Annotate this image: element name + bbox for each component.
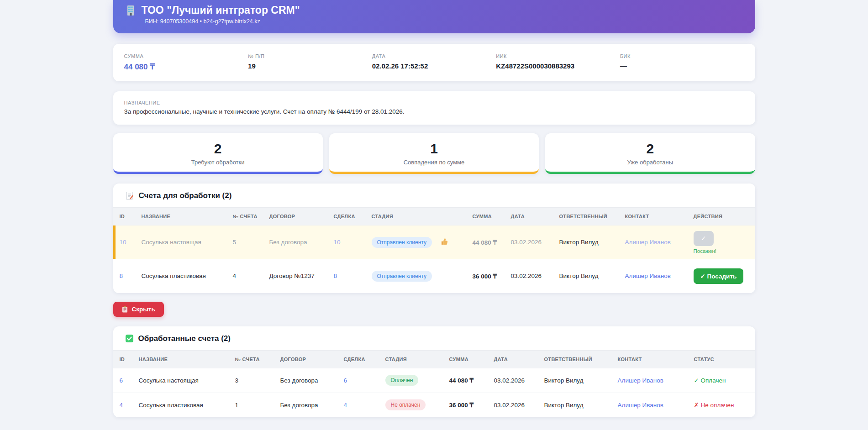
col-header-responsible: ОТВЕТСТВЕННЫЙ — [540, 350, 613, 368]
hide-button[interactable]: Скрыть — [113, 302, 164, 317]
stat-card-pending: 2 Требуют обработки — [113, 133, 323, 174]
col-header-id: ID — [113, 208, 137, 225]
stat-value: 2 — [545, 141, 755, 156]
processed-row: 6 Сосулька настоящая 3 Без договора 6 Оп… — [113, 368, 755, 393]
col-header-actions: ДЕЙСТВИЯ — [689, 208, 755, 225]
company-title: ТОО "Лучший интгратор CRM" — [142, 4, 300, 16]
processed-invoices-table: ID НАЗВАНИЕ № СЧЕТА ДОГОВОР СДЕЛКА СТАДИ… — [113, 350, 755, 418]
col-header-invoice-no: № СЧЕТА — [231, 350, 276, 368]
cell-sum: 44 080 ₸ — [468, 225, 506, 259]
cell-date: 03.02.2026 — [506, 259, 555, 293]
company-subtitle: БИН: 940705300494 • b24-g27tpw.bitrix24.… — [145, 18, 743, 25]
processed-table-header-row: ID НАЗВАНИЕ № СЧЕТА ДОГОВОР СДЕЛКА СТАДИ… — [113, 350, 755, 368]
cell-invoice-name: Сосулька пластиковая — [134, 393, 231, 417]
contact-link[interactable]: Алишер Иванов — [618, 377, 663, 384]
purpose-card: НАЗНАЧЕНИЕ За профессиональные, научные … — [113, 91, 755, 125]
processed-invoices-card: Обработанные счета (2) ID НАЗВАНИЕ № СЧЕ… — [113, 326, 755, 418]
col-header-contact: КОНТАКТ — [621, 208, 689, 225]
check-square-icon — [125, 334, 134, 343]
clipboard-icon — [122, 306, 128, 313]
cell-invoice-no: 4 — [228, 259, 265, 293]
stat-value: 1 — [329, 141, 539, 156]
building-icon — [125, 5, 137, 16]
field-value: 19 — [248, 62, 372, 70]
purpose-text: За профессиональные, научные и техническ… — [124, 108, 744, 115]
pending-table-title-row: Счета для обработки (2) — [113, 184, 755, 207]
pending-table-title: Счета для обработки (2) — [139, 191, 232, 200]
cell-date: 03.02.2026 — [489, 393, 540, 417]
col-header-sum: СУММА — [445, 350, 489, 368]
pending-invoices-card: Счета для обработки (2) ID НАЗВАНИЕ № СЧ… — [113, 184, 755, 293]
col-header-date: ДАТА — [506, 208, 555, 225]
col-header-date: ДАТА — [489, 350, 540, 368]
col-header-responsible: ОТВЕТСТВЕННЫЙ — [555, 208, 621, 225]
cell-contract: Без договора — [276, 368, 339, 393]
deal-link[interactable]: 4 — [344, 402, 347, 409]
company-title-row: ТОО "Лучший интгратор CRM" — [125, 4, 743, 16]
col-header-deal: СДЕЛКА — [329, 208, 367, 225]
payment-details-card: СУММА 44 080 ₸ № П/П 19 ДАТА 02.02.26 17… — [113, 44, 755, 81]
col-header-deal: СДЕЛКА — [339, 350, 381, 368]
hide-button-label: Скрыть — [132, 306, 155, 313]
stage-badge: Не оплачен — [385, 399, 426, 410]
stage-badge: Оплачен — [385, 375, 419, 386]
cell-sum: 44 080 ₸ — [445, 368, 489, 393]
memo-icon — [125, 191, 134, 200]
cell-invoice-name: Сосулька пластиковая — [137, 259, 228, 293]
stage-badge: Отправлен клиенту — [372, 237, 432, 248]
cell-date: 03.02.2026 — [489, 368, 540, 393]
plant-button[interactable]: ✓ Посадить — [694, 268, 744, 284]
field-sum: СУММА 44 080 ₸ — [124, 53, 248, 72]
field-value: KZ48722S000030883293 — [496, 62, 620, 70]
pending-table-header-row: ID НАЗВАНИЕ № СЧЕТА ДОГОВОР СДЕЛКА СТАДИ… — [113, 208, 755, 225]
col-header-name: НАЗВАНИЕ — [137, 208, 228, 225]
stat-label: Уже обработаны — [545, 159, 755, 166]
cell-invoice-name: Сосулька настоящая — [134, 368, 231, 393]
contact-link[interactable]: Алишер Иванов — [618, 402, 663, 409]
pending-row-matched: 10 Сосулька настоящая 5 Без договора 10 … — [113, 225, 755, 259]
field-iik: ИИК KZ48722S000030883293 — [496, 53, 620, 72]
field-label: СУММА — [124, 53, 248, 59]
cell-responsible: Виктор Вилуд — [555, 225, 621, 259]
page-container: ТОО "Лучший интгратор CRM" БИН: 94070530… — [113, 0, 755, 417]
deal-link[interactable]: 6 — [344, 377, 347, 384]
col-header-id: ID — [113, 350, 134, 368]
contact-link[interactable]: Алишер Иванов — [625, 239, 671, 246]
processed-table-title: Обработанные счета (2) — [138, 334, 231, 343]
field-label: БИК — [620, 53, 744, 59]
cell-sum: 36 000 ₸ — [445, 393, 489, 417]
invoice-id-link[interactable]: 8 — [120, 273, 123, 279]
company-header: ТОО "Лучший интгратор CRM" БИН: 94070530… — [113, 0, 755, 33]
invoice-id-link[interactable]: 10 — [120, 239, 126, 246]
status-paid-text: ✓ Оплачен — [694, 377, 726, 384]
cell-responsible: Виктор Вилуд — [540, 393, 613, 417]
pending-row: 8 Сосулька пластиковая 4 Договор №1237 8… — [113, 259, 755, 293]
cell-responsible: Виктор Вилуд — [555, 259, 621, 293]
col-header-invoice-no: № СЧЕТА — [228, 208, 265, 225]
contact-link[interactable]: Алишер Иванов — [625, 273, 671, 279]
deal-link[interactable]: 10 — [334, 239, 341, 246]
cell-invoice-no: 5 — [228, 225, 265, 259]
cell-responsible: Виктор Вилуд — [540, 368, 613, 393]
thumbs-up-icon — [441, 238, 449, 247]
invoice-id-link[interactable]: 6 — [120, 377, 123, 384]
field-bik: БИК — — [620, 53, 744, 72]
cell-contract: Договор №1237 — [265, 259, 329, 293]
status-unpaid-text: ✗ Не оплачен — [694, 402, 734, 409]
field-label: № П/П — [248, 53, 372, 59]
field-value: 02.02.26 17:52:52 — [372, 62, 496, 70]
deal-link[interactable]: 8 — [334, 273, 337, 279]
planted-button[interactable]: ✓ — [694, 231, 714, 246]
field-value: — — [620, 62, 744, 70]
field-date: ДАТА 02.02.26 17:52:52 — [372, 53, 496, 72]
col-header-contact: КОНТАКТ — [613, 350, 689, 368]
cell-date: 03.02.2026 — [506, 225, 555, 259]
check-icon: ✓ — [701, 235, 706, 242]
pending-invoices-table: ID НАЗВАНИЕ № СЧЕТА ДОГОВОР СДЕЛКА СТАДИ… — [113, 207, 755, 293]
field-label: ДАТА — [372, 53, 496, 59]
col-header-sum: СУММА — [468, 208, 506, 225]
invoice-id-link[interactable]: 4 — [120, 402, 123, 409]
stat-label: Требуют обработки — [113, 159, 323, 166]
stat-card-processed: 2 Уже обработаны — [545, 133, 755, 174]
cell-contract: Без договора — [276, 393, 339, 417]
